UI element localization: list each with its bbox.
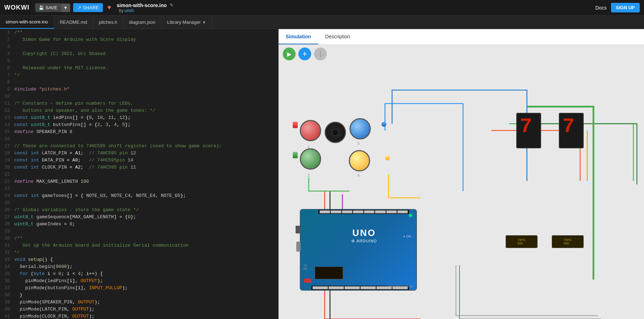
project-author: by urish: [119, 8, 174, 13]
more-options-button[interactable]: ⋮: [314, 48, 327, 60]
code-line: 10: [0, 93, 279, 100]
simulator-panel: Simulation Description ▶ + ⋮: [279, 29, 644, 319]
ic-chip-left: 74HC595: [506, 235, 538, 248]
code-line: 15#define SPEAKER_PIN 8: [0, 128, 279, 136]
topbar: WOKWI 💾 SAVE ▼ ↗ SHARE ♥ simon-with-scor…: [0, 0, 644, 16]
code-line: 30/**: [0, 235, 279, 242]
tabbar: simon-with-score.ino README.md pitches.h…: [0, 16, 644, 29]
tab-readme[interactable]: README.md: [54, 16, 93, 29]
code-line: 3: [0, 43, 279, 50]
code-line: 24const int gameTones[] = { NOTE_G3, NOT…: [0, 192, 279, 199]
code-line: 9#include "pitches.h": [0, 86, 279, 93]
code-line: 6 Released under the MIT License.: [0, 65, 279, 72]
code-line: 8: [0, 79, 279, 86]
code-line: 41 pinMode(CLOCK_PIN, OUTPUT);: [0, 313, 279, 319]
code-line: 22#define MAX_GAME_LENGTH 100: [0, 178, 279, 185]
code-line: 31 Set up the Arduino board and initiali…: [0, 242, 279, 249]
code-line: 5: [0, 57, 279, 65]
docs-link[interactable]: Docs: [595, 5, 607, 11]
editor-panel[interactable]: 1/**2 Simon Game for Arduino with Score …: [0, 29, 279, 319]
main-area: 1/**2 Simon Game for Arduino with Score …: [0, 29, 644, 319]
code-line: 26/* Global variables - store the game s…: [0, 207, 279, 214]
tab-main-file[interactable]: simon-with-score.ino: [0, 16, 54, 29]
code-line: 27uint8_t gameSequence[MAX_GAME_LENGTH] …: [0, 214, 279, 221]
author-link[interactable]: urish: [125, 8, 134, 13]
arduino-board: UNO ⚙ ARDUINO ● ON TXRX: [300, 209, 417, 291]
save-dropdown-button[interactable]: ▼: [61, 4, 70, 12]
tab-library-manager[interactable]: Library Manager ▼: [161, 16, 212, 29]
code-line: 12 buttons and speaker, and also the gam…: [0, 107, 279, 114]
code-line: 14const uint8_t buttonPins[] = {2, 3, 4,…: [0, 121, 279, 128]
logo: WOKWI: [4, 4, 29, 11]
arduino-tx-label: TXRX: [303, 264, 307, 270]
code-line: 32*/: [0, 249, 279, 256]
arduino-on-label: ● ON: [403, 235, 411, 238]
code-line: 23: [0, 185, 279, 192]
button-blue[interactable]: [349, 118, 371, 139]
topbar-right: Docs SIGN UP: [595, 3, 640, 12]
edit-title-icon[interactable]: ✎: [170, 2, 174, 8]
code-line: 25: [0, 199, 279, 207]
like-button[interactable]: ♥: [107, 4, 111, 11]
code-line: 34 Serial.begin(9600);: [0, 263, 279, 270]
code-line: 33void setup() {: [0, 256, 279, 263]
simulation-canvas: 1 2 3 4: [279, 63, 644, 319]
code-line: 28uint8_t gameIndex = 0;: [0, 221, 279, 228]
wire-green-right-vertical: [593, 106, 594, 280]
signup-button[interactable]: SIGN UP: [611, 3, 640, 12]
seven-segment-right: 7: [559, 113, 584, 148]
tab-diagram[interactable]: diagram.json: [123, 16, 161, 29]
add-icon: +: [303, 49, 307, 59]
led-green: [293, 152, 298, 158]
arduino-reset-button[interactable]: [304, 279, 311, 283]
share-button[interactable]: ↗ SHARE: [73, 3, 103, 12]
arduino-usb-port: [296, 242, 301, 252]
tab-pitches[interactable]: pitches.h: [93, 16, 123, 29]
button-yellow[interactable]: [349, 150, 370, 171]
code-line: 1/**: [0, 29, 279, 36]
buzzer: [325, 122, 346, 143]
code-line: 4 Copyright (C) 2022, Uri Shaked: [0, 50, 279, 57]
code-line: 17// These are connected to 74HC595 shif…: [0, 143, 279, 150]
sim-toolbar: ▶ + ⋮: [279, 45, 644, 63]
circuit-area: 1 2 3 4: [279, 63, 644, 319]
play-icon: ▶: [287, 51, 291, 57]
button-label-1: 1: [308, 145, 310, 149]
code-line: 35 for (byte i = 0; i < 4; i++) {: [0, 270, 279, 277]
share-icon: ↗: [77, 5, 81, 10]
add-component-button[interactable]: +: [298, 48, 311, 60]
code-line: 21: [0, 171, 279, 178]
led-blue: [381, 122, 386, 127]
code-line: 16: [0, 136, 279, 143]
button-label-2: 2: [308, 173, 310, 177]
button-red[interactable]: [300, 120, 321, 141]
code-line: 19const int DATA_PIN = A0; // 74HC595pin…: [0, 157, 279, 164]
button-green[interactable]: [300, 148, 321, 170]
project-title: simon-with-score.ino: [117, 2, 167, 8]
seven-segment-left: 7: [516, 113, 541, 148]
wire-green-right-top: [527, 106, 594, 108]
code-line: 36 pinMode(ledPins[i], OUTPUT);: [0, 277, 279, 285]
code-line: 40 pinMode(LATCH_PIN, OUTPUT);: [0, 306, 279, 313]
save-button[interactable]: 💾 SAVE: [35, 3, 61, 12]
button-label-3: 3: [357, 141, 359, 145]
code-line: 29: [0, 228, 279, 235]
code-line: 11/* Constants - define pin numbers for …: [0, 100, 279, 107]
more-icon: ⋮: [318, 51, 323, 57]
save-disk-icon: 💾: [39, 5, 44, 10]
code-line: 20const int CLOCK_PIN = A2; // 74HC595 p…: [0, 164, 279, 171]
code-line: 7*/: [0, 72, 279, 79]
led-yellow: [385, 155, 390, 160]
arduino-main-ic: [315, 266, 343, 279]
code-line: 13const uint8_t ledPins[] = {9, 10, 11, …: [0, 114, 279, 121]
sim-tab-description[interactable]: Description: [318, 29, 357, 44]
play-button[interactable]: ▶: [283, 48, 296, 60]
arduino-power-jack: [296, 226, 301, 233]
sim-tab-simulation[interactable]: Simulation: [279, 29, 318, 44]
arduino-brand-label: ⚙ ARDUINO: [351, 239, 377, 243]
code-line: 2 Simon Game for Arduino with Score disp…: [0, 36, 279, 43]
library-manager-dropdown-icon: ▼: [202, 20, 206, 24]
ic-chip-right: 74HC595: [552, 235, 584, 248]
arduino-uno-label: UNO: [352, 227, 376, 238]
code-line: 38 }: [0, 292, 279, 299]
